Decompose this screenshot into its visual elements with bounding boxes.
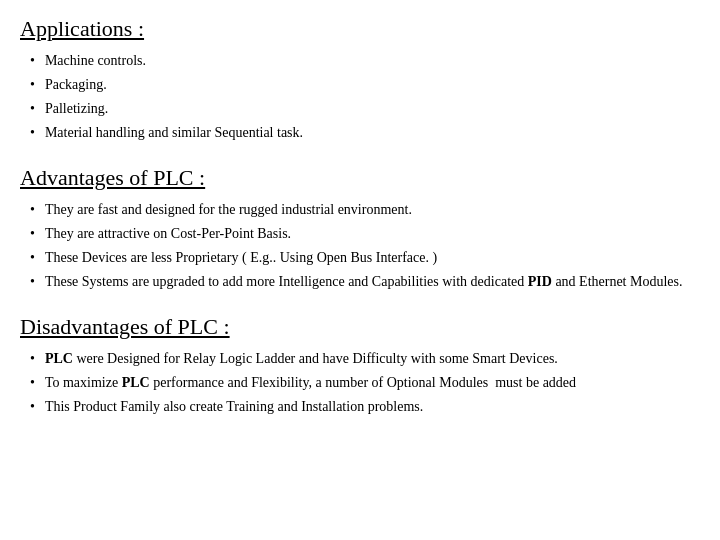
list-item: They are attractive on Cost-Per-Point Ba… <box>30 223 700 244</box>
list-item: PLC were Designed for Relay Logic Ladder… <box>30 348 700 369</box>
list-item: These Systems are upgraded to add more I… <box>30 271 700 292</box>
list-item: Material handling and similar Sequential… <box>30 122 700 143</box>
disadvantages-list: PLC were Designed for Relay Logic Ladder… <box>20 348 700 417</box>
applications-title: Applications : <box>20 16 700 42</box>
list-item-text: They are attractive on Cost-Per-Point Ba… <box>45 223 700 244</box>
list-item-text: They are fast and designed for the rugge… <box>45 199 700 220</box>
list-item-text: These Systems are upgraded to add more I… <box>45 271 700 292</box>
page-content: Applications : Machine controls. Packagi… <box>20 16 700 417</box>
advantages-title: Advantages of PLC : <box>20 165 700 191</box>
applications-list: Machine controls. Packaging. Palletizing… <box>20 50 700 143</box>
advantages-section: Advantages of PLC : They are fast and de… <box>20 165 700 292</box>
list-item: Packaging. <box>30 74 700 95</box>
advantages-list: They are fast and designed for the rugge… <box>20 199 700 292</box>
list-item: Palletizing. <box>30 98 700 119</box>
list-item-text: PLC were Designed for Relay Logic Ladder… <box>45 348 700 369</box>
list-item-text: Palletizing. <box>45 98 700 119</box>
list-item-text: To maximize PLC performance and Flexibil… <box>45 372 700 393</box>
disadvantages-section: Disadvantages of PLC : PLC were Designed… <box>20 314 700 417</box>
list-item: This Product Family also create Training… <box>30 396 700 417</box>
list-item: To maximize PLC performance and Flexibil… <box>30 372 700 393</box>
disadvantages-title: Disadvantages of PLC : <box>20 314 700 340</box>
list-item-text: These Devices are less Proprietary ( E.g… <box>45 247 700 268</box>
list-item: They are fast and designed for the rugge… <box>30 199 700 220</box>
list-item: These Devices are less Proprietary ( E.g… <box>30 247 700 268</box>
list-item-text: Machine controls. <box>45 50 700 71</box>
list-item: Machine controls. <box>30 50 700 71</box>
list-item-text: This Product Family also create Training… <box>45 396 700 417</box>
list-item-text: Material handling and similar Sequential… <box>45 122 700 143</box>
applications-section: Applications : Machine controls. Packagi… <box>20 16 700 143</box>
list-item-text: Packaging. <box>45 74 700 95</box>
